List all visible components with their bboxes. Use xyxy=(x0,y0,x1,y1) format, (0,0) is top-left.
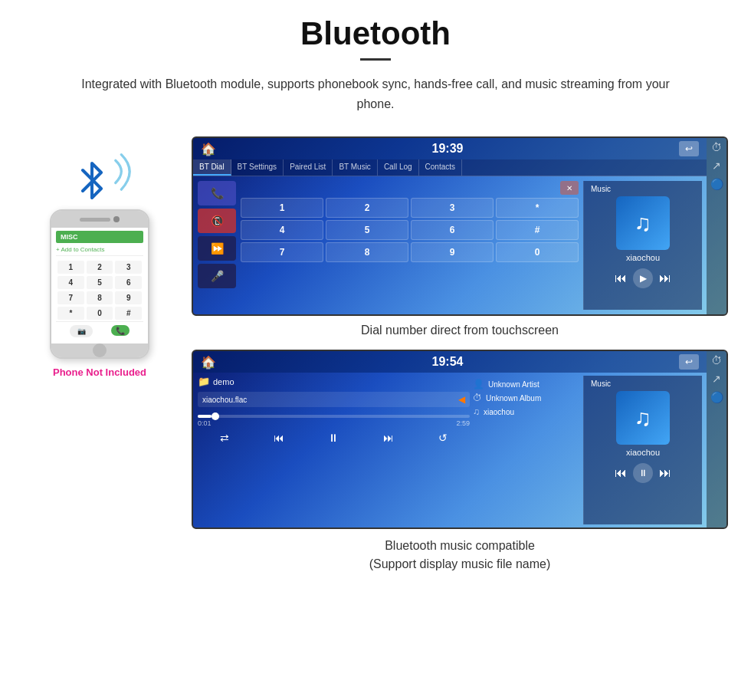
dial-call-btn[interactable]: 📞 xyxy=(198,181,236,205)
numpad-hash[interactable]: # xyxy=(496,220,579,240)
numpad-1[interactable]: 1 xyxy=(241,198,323,218)
dial-backspace-btn[interactable]: ✕ xyxy=(560,181,579,195)
page-description: Integrated with Bluetooth module, suppor… xyxy=(77,74,674,113)
bluetooth-waves-icon xyxy=(92,148,134,198)
back-button-2[interactable]: ↩ xyxy=(679,354,699,370)
tab-call-log[interactable]: Call Log xyxy=(378,159,419,176)
phone-home-btn[interactable] xyxy=(51,343,148,357)
phone-key-6[interactable]: 6 xyxy=(115,276,142,289)
meta-song-row: ♫ xiaochou xyxy=(473,406,580,417)
phone-key-3[interactable]: 3 xyxy=(115,261,142,274)
prev-btn-2[interactable]: ⏮ xyxy=(615,466,627,480)
phone-call-btn[interactable]: 📞 xyxy=(111,325,130,336)
phone-not-included-label: Phone Not Included xyxy=(53,366,146,378)
screen1-content: 📞 📵 ⏩ 🎤 ✕ xyxy=(193,176,707,314)
phone-add-contact-label: + Add to Contacts xyxy=(56,246,143,256)
phone-key-2[interactable]: 2 xyxy=(87,261,113,274)
home-icon[interactable]: 🏠 xyxy=(201,142,216,156)
tab-paired-list[interactable]: Paired List xyxy=(284,159,333,176)
filename: xiaochou.flac xyxy=(202,396,247,404)
music-browser-left: 📁 demo xiaochou.flac ◀ xyxy=(198,376,470,524)
bt-tabs: BT Dial BT Settings Paired List BT Music… xyxy=(193,159,707,176)
phone-key-5[interactable]: 5 xyxy=(87,276,113,289)
play-btn-1[interactable]: ▶ xyxy=(633,268,653,288)
tab-bt-music[interactable]: BT Music xyxy=(333,159,378,176)
phone-screen: MISC + Add to Contacts 1 2 3 4 5 6 7 8 9… xyxy=(51,228,148,343)
phone-top-bar xyxy=(51,211,148,228)
dial-mute-btn[interactable]: ⏩ xyxy=(198,236,236,261)
top-section: MISC + Add to Contacts 1 2 3 4 5 6 7 8 9… xyxy=(23,136,728,586)
car-screen-1-inner: 🏠 19:39 ↩ BT Dial BT Settings Paired Lis… xyxy=(193,138,726,314)
numpad-2[interactable]: 2 xyxy=(326,198,408,218)
numpad-0[interactable]: 0 xyxy=(496,242,579,262)
time-row: 0:01 2:59 xyxy=(198,419,470,427)
phone-key-0[interactable]: 0 xyxy=(87,307,113,320)
progress-bar[interactable] xyxy=(198,415,470,418)
car-screen-2: 🏠 19:54 ↩ 📁 demo xyxy=(192,350,728,529)
time-end: 2:59 xyxy=(456,419,470,427)
side-strip-2: ⏱ ↗ 🔵 xyxy=(707,351,726,527)
artist-name: Unknown Artist xyxy=(488,380,539,389)
numpad-4[interactable]: 4 xyxy=(241,220,323,240)
home-icon-2[interactable]: 🏠 xyxy=(201,355,216,370)
progress-dot xyxy=(212,412,219,420)
next-btn-1[interactable]: ⏭ xyxy=(659,271,671,285)
side-clock-icon: ⏱ xyxy=(711,141,722,153)
screen2-main: 🏠 19:54 ↩ 📁 demo xyxy=(193,351,707,527)
back-button[interactable]: ↩ xyxy=(679,141,699,156)
screen1-topbar: 🏠 19:39 ↩ xyxy=(193,138,707,159)
album-icon: ⏱ xyxy=(473,393,482,403)
tab-bt-dial[interactable]: BT Dial xyxy=(193,159,231,176)
phone-key-4[interactable]: 4 xyxy=(57,276,84,289)
phone-key-7[interactable]: 7 xyxy=(57,291,84,304)
music-controls-1: ⏮ ▶ ⏭ xyxy=(615,268,671,288)
numpad-9[interactable]: 9 xyxy=(411,242,494,262)
album-name: Unknown Album xyxy=(486,394,541,403)
phone-key-9[interactable]: 9 xyxy=(115,291,142,304)
next-btn-2[interactable]: ⏭ xyxy=(659,466,671,480)
phone-home-circle xyxy=(93,343,107,357)
song-icon: ♫ xyxy=(473,406,480,417)
numpad-8[interactable]: 8 xyxy=(326,242,408,262)
mb-track-controls: ⇄ ⏮ ⏸ ⏭ ↺ xyxy=(198,432,470,444)
album-art-2: ♫ xyxy=(616,391,670,445)
phone-key-star[interactable]: * xyxy=(57,307,84,320)
dial-mic-btn[interactable]: 🎤 xyxy=(198,264,236,288)
phone-key-1[interactable]: 1 xyxy=(57,261,84,274)
side-speaker-icon: 🔵 xyxy=(710,178,723,190)
dial-hangup-btn[interactable]: 📵 xyxy=(198,209,236,233)
file-row[interactable]: xiaochou.flac ◀ xyxy=(198,392,470,407)
music-note-icon-2: ♫ xyxy=(635,405,652,431)
numpad-6[interactable]: 6 xyxy=(411,220,494,240)
track-name-2: xiaochou xyxy=(626,448,660,457)
numpad-star[interactable]: * xyxy=(496,198,579,218)
prev-btn-1[interactable]: ⏮ xyxy=(615,271,627,285)
shuffle-icon[interactable]: ⇄ xyxy=(220,432,229,444)
tab-contacts[interactable]: Contacts xyxy=(419,159,462,176)
music-browser-center: 👤 Unknown Artist ⏱ Unknown Album ♫ xyxy=(473,376,580,524)
repeat-icon[interactable]: ↺ xyxy=(438,432,448,444)
car-screen-2-inner: 🏠 19:54 ↩ 📁 demo xyxy=(193,351,726,527)
screen2-topbar: 🏠 19:54 ↩ xyxy=(193,351,707,373)
screen2-block: 🏠 19:54 ↩ 📁 demo xyxy=(192,350,728,573)
phone-key-hash[interactable]: # xyxy=(115,307,142,320)
numpad-7[interactable]: 7 xyxy=(241,242,323,262)
next-icon[interactable]: ⏭ xyxy=(383,432,394,444)
pause-icon[interactable]: ⏸ xyxy=(328,432,339,444)
phone-key-8[interactable]: 8 xyxy=(87,291,113,304)
screen1-time: 19:39 xyxy=(432,142,464,156)
pause-btn-2[interactable]: ⏸ xyxy=(633,463,653,483)
music-label-2: Music xyxy=(588,380,611,388)
numpad-3[interactable]: 3 xyxy=(411,198,494,218)
prev-icon[interactable]: ⏮ xyxy=(274,432,284,444)
numpad-5[interactable]: 5 xyxy=(326,220,408,240)
phone-video-btn[interactable]: 📷 xyxy=(70,325,93,337)
music-note-icon-1: ♫ xyxy=(635,210,652,236)
bluetooth-icon-area xyxy=(61,144,138,205)
side-route-icon-2: ↗ xyxy=(712,373,721,385)
phone-keypad: 1 2 3 4 5 6 7 8 9 * 0 # xyxy=(56,259,143,321)
phone-bottom-row: 📷 📞 xyxy=(56,321,143,340)
folder-name: demo xyxy=(213,377,234,386)
tab-bt-settings[interactable]: BT Settings xyxy=(231,159,284,176)
dial-numpad-area: ✕ 1 2 3 * 4 5 6 xyxy=(241,181,579,310)
